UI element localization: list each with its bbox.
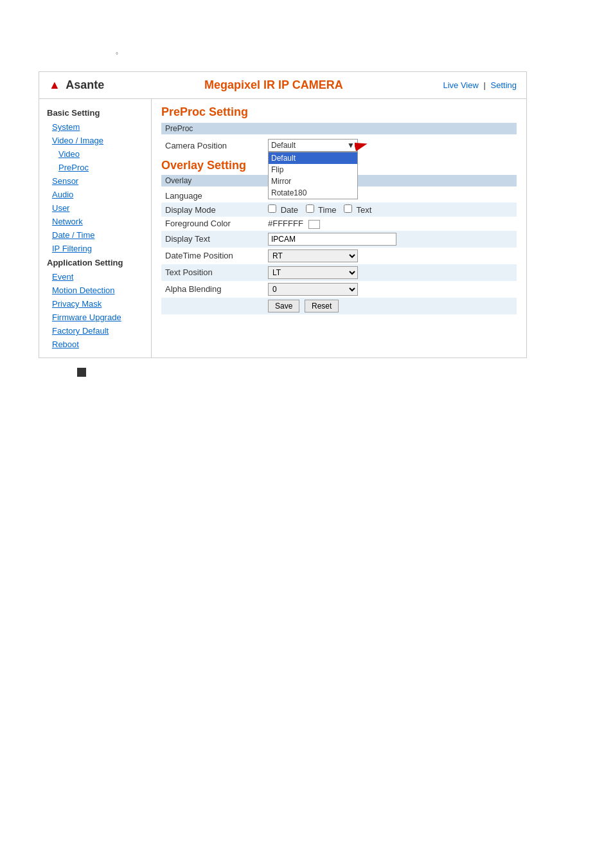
foreground-color-label: Foreground Color [161, 217, 264, 231]
live-view-link[interactable]: Live View [443, 80, 478, 90]
alpha-blending-select[interactable]: 0 1 2 3 4 5 [268, 283, 358, 296]
camera-position-cell: Default ▼ Default Flip Mirror Rotate180 [264, 137, 517, 154]
display-mode-time-label[interactable]: Time [306, 205, 339, 215]
sidebar-item-user[interactable]: User [39, 201, 151, 215]
text-position-label: Text Position [161, 264, 264, 281]
camera-position-select-display[interactable]: Default ▼ [268, 139, 358, 152]
sidebar-item-factory-default[interactable]: Factory Default [39, 324, 151, 338]
alpha-blending-cell: 0 1 2 3 4 5 [264, 281, 517, 298]
overlay-form-table: Language Display Mode Date [161, 189, 517, 314]
sidebar-item-video[interactable]: Video [39, 147, 151, 161]
camera-position-label: Camera Position [161, 137, 264, 154]
application-setting-label: Application Setting [39, 255, 151, 270]
language-label: Language [161, 189, 264, 203]
sidebar-item-sensor[interactable]: Sensor [39, 174, 151, 188]
nav-separator: | [484, 80, 486, 90]
display-text-row: Display Text [161, 231, 517, 248]
alpha-blending-row: Alpha Blending 0 1 2 3 4 5 [161, 281, 517, 298]
display-mode-date-label[interactable]: Date [268, 205, 301, 215]
foreground-color-swatch[interactable] [308, 220, 320, 229]
camera-option-flip[interactable]: Flip [269, 164, 357, 176]
display-text-cell [264, 231, 517, 248]
reset-button[interactable]: Reset [305, 300, 339, 312]
sidebar-item-motion-detection[interactable]: Motion Detection [39, 284, 151, 297]
display-mode-label: Display Mode [161, 203, 264, 217]
sidebar-item-date-time[interactable]: Date / Time [39, 228, 151, 242]
small-circle: ° [116, 51, 574, 59]
sidebar-item-privacy-mask[interactable]: Privacy Mask [39, 297, 151, 311]
datetime-position-cell: RT LT RB LB [264, 248, 517, 264]
camera-dropdown-arrow-icon: ▼ [347, 141, 355, 150]
cam-header: ▲ Asante Megapixel IR IP CAMERA Live Vie… [39, 72, 526, 99]
page-wrapper: ° ▲ Asante Megapixel IR IP CAMERA Live V… [0, 0, 613, 402]
logo: ▲ Asante [49, 78, 104, 92]
sidebar-item-event[interactable]: Event [39, 270, 151, 284]
foreground-color-value: #FFFFFF [268, 219, 303, 228]
display-mode-cell: Date Time Text [264, 203, 517, 217]
camera-container: ▲ Asante Megapixel IR IP CAMERA Live Vie… [39, 71, 527, 358]
sidebar-item-firmware-upgrade[interactable]: Firmware Upgrade [39, 311, 151, 324]
text-position-select[interactable]: LT RT LB RB [268, 266, 358, 279]
logo-text: Asante [66, 78, 104, 91]
camera-position-selected-value: Default [271, 141, 296, 150]
setting-link[interactable]: Setting [491, 80, 517, 90]
sidebar-item-video-image[interactable]: Video / Image [39, 134, 151, 147]
header-nav: Live View | Setting [443, 80, 517, 90]
text-position-row: Text Position LT RT LB RB [161, 264, 517, 281]
bottom-square [77, 368, 86, 377]
logo-icon: ▲ [49, 78, 60, 91]
foreground-color-row: Foreground Color #FFFFFF [161, 217, 517, 231]
alpha-blending-label: Alpha Blending [161, 281, 264, 298]
buttons-row: Save Reset [161, 298, 517, 314]
preproc-sublabel: PreProc [161, 123, 517, 134]
preproc-form-table: Camera Position Default ▼ Default [161, 137, 517, 154]
sidebar-item-ip-filtering[interactable]: IP Filtering [39, 242, 151, 255]
preproc-section-title: PreProc Setting [161, 105, 517, 119]
sidebar-item-reboot[interactable]: Reboot [39, 338, 151, 351]
camera-option-default[interactable]: Default [269, 152, 357, 164]
datetime-position-label: DateTime Position [161, 248, 264, 264]
text-position-cell: LT RT LB RB [264, 264, 517, 281]
display-mode-text-label[interactable]: Text [344, 205, 371, 215]
save-button[interactable]: Save [268, 300, 299, 312]
display-mode-text-checkbox[interactable] [344, 204, 352, 213]
camera-option-mirror[interactable]: Mirror [269, 176, 357, 187]
buttons-cell: Save Reset [264, 298, 517, 314]
main-content: PreProc Setting PreProc Camera Position … [152, 99, 526, 357]
sidebar-item-preproc[interactable]: PreProc [39, 161, 151, 174]
basic-setting-label: Basic Setting [39, 105, 151, 120]
display-mode-time-checkbox[interactable] [306, 204, 314, 213]
sidebar: Basic Setting System Video / Image Video… [39, 99, 152, 357]
buttons-label-empty [161, 298, 264, 314]
datetime-position-select[interactable]: RT LT RB LB [268, 249, 358, 262]
page-title: Megapixel IR IP CAMERA [104, 78, 443, 92]
red-arrow-indicator [355, 136, 374, 157]
display-mode-date-checkbox[interactable] [268, 204, 276, 213]
display-text-label: Display Text [161, 231, 264, 248]
sidebar-item-system[interactable]: System [39, 120, 151, 134]
datetime-position-row: DateTime Position RT LT RB LB [161, 248, 517, 264]
sidebar-item-network[interactable]: Network [39, 215, 151, 228]
foreground-color-cell: #FFFFFF [264, 217, 517, 231]
camera-position-options-list: Default Flip Mirror Rotate180 [268, 152, 358, 199]
display-mode-row: Display Mode Date Time [161, 203, 517, 217]
cam-body: Basic Setting System Video / Image Video… [39, 99, 526, 357]
svg-marker-0 [355, 140, 368, 152]
camera-option-rotate180[interactable]: Rotate180 [269, 187, 357, 199]
camera-position-dropdown-container[interactable]: Default ▼ Default Flip Mirror Rotate180 [268, 139, 358, 152]
sidebar-item-audio[interactable]: Audio [39, 188, 151, 201]
display-text-input[interactable] [268, 233, 396, 246]
camera-position-row: Camera Position Default ▼ Default [161, 137, 517, 154]
